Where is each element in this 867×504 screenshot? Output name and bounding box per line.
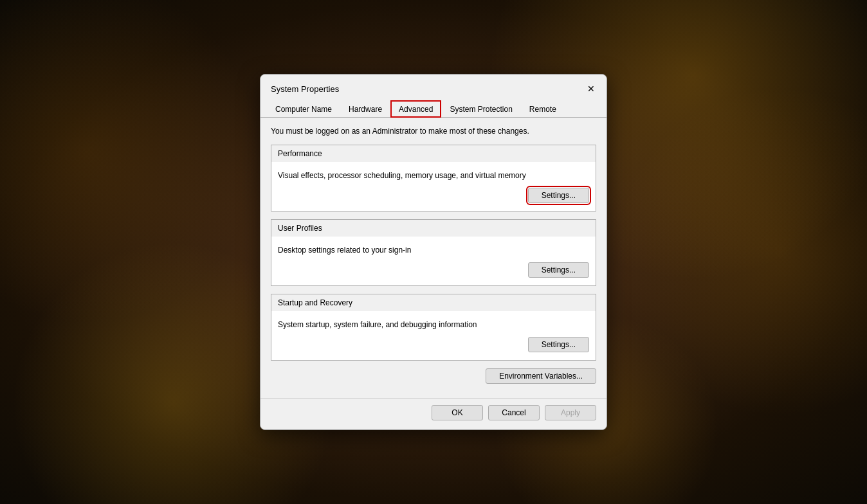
- startup-recovery-title: Startup and Recovery: [271, 294, 596, 311]
- ok-button[interactable]: OK: [432, 405, 483, 420]
- close-button[interactable]: ✕: [583, 81, 599, 96]
- tabs-bar: Computer Name Hardware Advanced System P…: [260, 100, 607, 118]
- cancel-button[interactable]: Cancel: [488, 405, 540, 420]
- dialog-footer: OK Cancel Apply: [260, 398, 607, 429]
- tab-computer-name[interactable]: Computer Name: [267, 100, 340, 118]
- user-profiles-section: User Profiles Desktop settings related t…: [271, 219, 596, 286]
- performance-inner: Visual effects, processor scheduling, me…: [278, 166, 589, 204]
- user-profiles-settings-button[interactable]: Settings...: [528, 262, 589, 278]
- startup-recovery-inner: System startup, system failure, and debu…: [278, 315, 589, 354]
- apply-button[interactable]: Apply: [545, 405, 596, 420]
- environment-variables-row: Environment Variables...: [271, 368, 596, 384]
- startup-recovery-settings-button[interactable]: Settings...: [528, 337, 589, 352]
- performance-title: Performance: [271, 145, 596, 162]
- startup-recovery-section: Startup and Recovery System startup, sys…: [271, 294, 596, 361]
- system-properties-dialog: System Properties ✕ Computer Name Hardwa…: [260, 74, 607, 430]
- performance-description: Visual effects, processor scheduling, me…: [278, 168, 589, 183]
- tab-remote[interactable]: Remote: [521, 100, 565, 118]
- performance-section: Performance Visual effects, processor sc…: [271, 145, 596, 212]
- startup-recovery-description: System startup, system failure, and debu…: [278, 318, 589, 332]
- performance-settings-button[interactable]: Settings...: [528, 188, 589, 203]
- tab-system-protection[interactable]: System Protection: [441, 100, 520, 118]
- dialog-content: You must be logged on as an Administrato…: [260, 118, 607, 398]
- startup-recovery-btn-row: Settings...: [278, 337, 589, 352]
- dialog-title: System Properties: [271, 84, 339, 94]
- admin-notice: You must be logged on as an Administrato…: [271, 127, 596, 136]
- environment-variables-button[interactable]: Environment Variables...: [486, 368, 596, 384]
- user-profiles-description: Desktop settings related to your sign-in: [278, 243, 589, 257]
- tab-hardware[interactable]: Hardware: [340, 100, 390, 118]
- performance-btn-row: Settings...: [278, 188, 589, 203]
- user-profiles-inner: Desktop settings related to your sign-in…: [278, 240, 589, 279]
- dialog-titlebar: System Properties ✕: [260, 75, 607, 100]
- user-profiles-btn-row: Settings...: [278, 262, 589, 278]
- user-profiles-title: User Profiles: [271, 220, 596, 237]
- tab-advanced[interactable]: Advanced: [390, 100, 441, 118]
